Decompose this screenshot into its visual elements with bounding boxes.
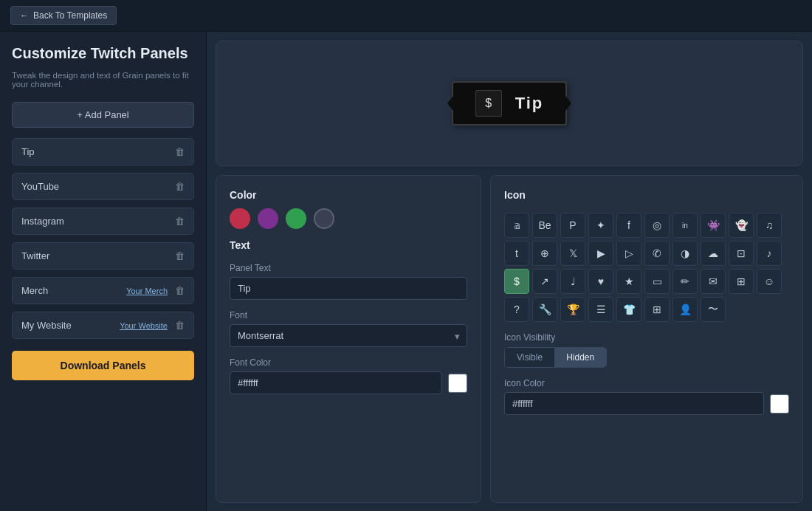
text-section: Text [230, 239, 467, 253]
font-color-input[interactable] [230, 371, 442, 394]
download-panels-button[interactable]: Download Panels [12, 351, 194, 380]
icon-color-input[interactable] [504, 392, 764, 415]
panel-item-instagram[interactable]: Instagram 🗑 [12, 208, 194, 235]
tiktok-icon[interactable]: ♪ [757, 241, 782, 266]
patreon-icon[interactable]: ◑ [672, 241, 698, 266]
spotify-icon[interactable]: ♫ [757, 213, 782, 238]
panel-label: Twitter [21, 250, 49, 261]
preview-panel: $ Tip [216, 41, 803, 166]
font-select[interactable]: Montserrat Roboto Open Sans Lato Oswald [230, 324, 467, 347]
panel-item-mywebsite[interactable]: My Website Your Website 🗑 [12, 312, 194, 339]
instagram-icon[interactable]: ◎ [644, 213, 670, 238]
color-section-title: Color [230, 189, 467, 201]
visibility-toggle: Visible Hidden [504, 347, 607, 368]
icon-section-title: Icon [504, 189, 789, 201]
behance-icon[interactable]: Be [532, 213, 557, 238]
main-layout: Customize Twitch Panels Tweak the design… [0, 32, 812, 511]
twitch-icon[interactable]: ⊕ [532, 241, 557, 266]
panel-item-youtube[interactable]: YouTube 🗑 [12, 173, 194, 200]
panel-label: Instagram [21, 216, 64, 227]
panel-label: Tip [21, 146, 35, 157]
delete-twitter-icon[interactable]: 🗑 [175, 250, 185, 261]
vimeo-icon[interactable]: ▶ [588, 241, 613, 266]
panel-label: YouTube [21, 181, 59, 192]
pencil-icon[interactable]: ✏ [672, 269, 698, 294]
wave-icon[interactable]: 〜 [701, 297, 726, 322]
tshirt-icon[interactable]: 👕 [616, 297, 641, 322]
back-label: Back To Templates [33, 10, 107, 21]
website-link[interactable]: Your Website [120, 321, 168, 330]
content-area: $ Tip Color T [207, 32, 812, 511]
swatch-green[interactable] [286, 208, 306, 229]
controller-icon[interactable]: ⊞ [644, 297, 670, 322]
soundcloud-icon[interactable]: ☁ [701, 241, 726, 266]
monitor-icon[interactable]: ▭ [644, 269, 670, 294]
panel-text-group: Panel Text [230, 263, 467, 300]
email-icon[interactable]: ✉ [701, 269, 726, 294]
panel-label: Merch [21, 285, 48, 296]
delete-youtube-icon[interactable]: 🗑 [175, 181, 185, 192]
wrench-icon[interactable]: 🔧 [532, 297, 557, 322]
smiley-icon[interactable]: ☺ [757, 269, 782, 294]
camera-icon[interactable]: ⊞ [729, 269, 754, 294]
twitter-x-icon[interactable]: 𝕏 [560, 241, 585, 266]
icon-color-row [504, 392, 789, 415]
swatch-purple[interactable] [258, 208, 278, 229]
top-bar: ← Back To Templates [0, 0, 812, 32]
swatch-red[interactable] [230, 208, 250, 229]
delete-merch-icon[interactable]: 🗑 [175, 285, 185, 296]
bottom-panels: Color Text Panel Text [216, 175, 803, 503]
delete-tip-icon[interactable]: 🗑 [175, 146, 185, 157]
facebook-icon[interactable]: f [616, 213, 641, 238]
preview-badge: $ Tip [452, 81, 568, 126]
icon-color-group: Icon Color [504, 378, 789, 415]
person-icon[interactable]: 👤 [672, 297, 698, 322]
star-icon[interactable]: ★ [616, 269, 641, 294]
panel-item-merch[interactable]: Merch Your Merch 🗑 [12, 277, 194, 304]
heart-icon[interactable]: ♥ [588, 269, 613, 294]
text-section-title: Text [230, 239, 467, 251]
font-group: Font Montserrat Roboto Open Sans Lato Os… [230, 310, 467, 347]
font-color-group: Font Color [230, 357, 467, 394]
whatsapp-icon[interactable]: ✆ [644, 241, 670, 266]
artstation-icon[interactable]: ✦ [588, 213, 613, 238]
back-arrow-icon: ← [20, 10, 29, 21]
panel-item-tip[interactable]: Tip 🗑 [12, 138, 194, 165]
hidden-button[interactable]: Hidden [554, 348, 606, 367]
delete-instagram-icon[interactable]: 🗑 [175, 216, 185, 227]
icon-grid: 𝕒 Be P ✦ f ◎ in 👾 👻 ♫ t ⊕ 𝕏 ▶ ▷ ✆ ◑ [504, 213, 789, 322]
paypal-icon[interactable]: P [560, 213, 585, 238]
panel-text-input[interactable] [230, 277, 467, 300]
back-button[interactable]: ← Back To Templates [10, 6, 117, 25]
preview-icon: $ [475, 90, 502, 117]
delete-website-icon[interactable]: 🗑 [175, 320, 185, 331]
page-subtitle: Tweak the design and text of Grain panel… [12, 71, 194, 89]
panel-text-label: Panel Text [230, 263, 467, 273]
discord-icon[interactable]: ⊡ [729, 241, 754, 266]
panel-item-twitter[interactable]: Twitter 🗑 [12, 242, 194, 270]
icon-color-label: Icon Color [504, 378, 789, 388]
swatch-dark[interactable] [314, 208, 334, 229]
question-icon[interactable]: ? [504, 297, 529, 322]
sidebar: Customize Twitch Panels Tweak the design… [0, 32, 207, 511]
visible-button[interactable]: Visible [505, 348, 554, 367]
font-color-preview [448, 374, 467, 393]
icon-color-preview [770, 394, 789, 414]
panel-label: My Website [21, 320, 72, 331]
merch-link[interactable]: Your Merch [126, 287, 168, 295]
snapchat-icon[interactable]: 👻 [729, 213, 754, 238]
youtube-icon[interactable]: ▷ [616, 241, 641, 266]
icon-panel: Icon 𝕒 Be P ✦ f ◎ in 👾 👻 ♫ t ⊕ 𝕏 ▶ ▷ [490, 175, 803, 503]
music-icon[interactable]: ♩ [560, 269, 585, 294]
add-panel-button[interactable]: + Add Panel [12, 102, 194, 128]
linkedin-icon[interactable]: in [672, 213, 698, 238]
link-icon[interactable]: ↗ [532, 269, 557, 294]
color-section: Color [230, 189, 467, 229]
calendar-icon[interactable]: ☰ [588, 297, 613, 322]
tumblr-icon[interactable]: t [504, 241, 529, 266]
icon-visibility-group: Icon Visibility Visible Hidden [504, 332, 789, 368]
dollar-icon[interactable]: $ [504, 269, 529, 294]
trophy-icon[interactable]: 🏆 [560, 297, 585, 322]
amazon-icon[interactable]: 𝕒 [504, 213, 529, 238]
reddit-icon[interactable]: 👾 [701, 213, 726, 238]
